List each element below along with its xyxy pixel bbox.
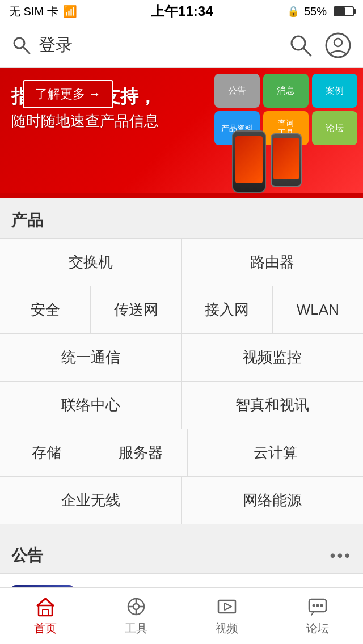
nav-label-video: 视频	[216, 621, 238, 636]
banner: 指尖的技术支持， 随时随地速查产品信息 了解更多 → 公告 消息 案例 产品资料…	[0, 68, 363, 193]
login-label[interactable]: 登录	[39, 33, 73, 57]
product-storage[interactable]: 存储	[0, 429, 94, 476]
nav-label-forum: 论坛	[306, 621, 329, 636]
announce-header: 公告 •••	[0, 533, 363, 573]
product-access[interactable]: 接入网	[182, 286, 273, 333]
nav-item-forum[interactable]: 论坛	[272, 588, 363, 644]
product-row-1: 交换机 路由器	[0, 239, 363, 286]
product-row-6: 企业无线 网络能源	[0, 477, 363, 524]
banner-phones	[221, 91, 312, 193]
home-icon	[35, 596, 56, 617]
products-title: 产品	[11, 211, 43, 229]
banner-subtitle: 随时随地速查产品信息	[11, 111, 159, 131]
svg-point-5	[334, 39, 342, 46]
svg-point-19	[320, 604, 323, 607]
status-time: 上午11:34	[151, 2, 213, 20]
announce-title: 公告	[11, 545, 43, 566]
status-bar: 无 SIM 卡 📶 上午11:34 🔒 55%	[0, 0, 363, 23]
product-row-2: 安全 传送网 接入网 WLAN	[0, 286, 363, 334]
product-enterprise-wireless[interactable]: 企业无线	[0, 477, 182, 524]
product-telepresence[interactable]: 智真和视讯	[182, 382, 364, 429]
svg-line-3	[303, 48, 311, 56]
status-right: 🔒 55%	[287, 5, 354, 18]
more-dots[interactable]: •••	[330, 546, 352, 565]
red-separator	[0, 193, 363, 198]
phone-1	[232, 130, 266, 193]
wifi-icon: 📶	[63, 5, 77, 18]
nav-item-tools[interactable]: 工具	[91, 588, 182, 644]
phone-2	[271, 133, 302, 187]
product-unified-comm[interactable]: 统一通信	[0, 334, 182, 381]
search-icon-right[interactable]	[288, 33, 313, 58]
svg-rect-14	[218, 600, 235, 613]
nav-label-home: 首页	[34, 621, 57, 636]
banner-text: 指尖的技术支持， 随时随地速查产品信息 了解更多 →	[11, 85, 159, 131]
product-row-4: 联络中心 智真和视讯	[0, 382, 363, 429]
svg-rect-7	[43, 609, 48, 616]
nav-label-tools: 工具	[125, 621, 147, 636]
header-icons	[288, 32, 352, 59]
battery-percent: 55%	[304, 5, 327, 18]
product-cloud[interactable]: 云计算	[188, 429, 363, 476]
product-contact-center[interactable]: 联络中心	[0, 382, 182, 429]
header-search-left: 登录	[11, 33, 279, 57]
product-grid: 交换机 路由器 安全 传送网 接入网 WLAN 统一通信 视频监控 联络中心 智…	[0, 238, 363, 524]
forum-icon	[307, 596, 328, 617]
lock-icon: 🔒	[287, 5, 299, 18]
product-wlan[interactable]: WLAN	[273, 286, 363, 333]
product-row-5: 存储 服务器 云计算	[0, 429, 363, 477]
tile-forum[interactable]: 论坛	[312, 111, 357, 145]
products-section-header: 产品	[0, 198, 363, 238]
product-transport[interactable]: 传送网	[91, 286, 182, 333]
product-security[interactable]: 安全	[0, 286, 91, 333]
search-icon-left[interactable]	[11, 35, 32, 56]
svg-line-1	[23, 47, 29, 53]
nav-item-video[interactable]: 视频	[182, 588, 272, 644]
tool-icon	[125, 596, 147, 617]
user-icon[interactable]	[324, 32, 352, 59]
header: 登录	[0, 23, 363, 68]
product-router[interactable]: 路由器	[182, 239, 364, 286]
nav-item-home[interactable]: 首页	[0, 588, 91, 644]
product-switch[interactable]: 交换机	[0, 239, 182, 286]
svg-marker-15	[225, 603, 231, 610]
svg-point-18	[316, 604, 319, 607]
bottom-nav: 首页 工具 视频 论坛	[0, 587, 363, 644]
carrier-text: 无 SIM 卡	[9, 4, 58, 19]
status-left: 无 SIM 卡 📶	[9, 4, 77, 19]
learn-more-button[interactable]: 了解更多 →	[23, 80, 113, 108]
video-icon	[216, 596, 238, 617]
product-row-3: 统一通信 视频监控	[0, 334, 363, 382]
svg-point-17	[313, 604, 315, 607]
svg-point-9	[133, 604, 139, 609]
product-network-energy[interactable]: 网络能源	[182, 477, 364, 524]
product-video-surveillance[interactable]: 视频监控	[182, 334, 364, 381]
battery-icon	[334, 6, 354, 16]
tile-case[interactable]: 案例	[312, 74, 357, 108]
product-server[interactable]: 服务器	[94, 429, 188, 476]
